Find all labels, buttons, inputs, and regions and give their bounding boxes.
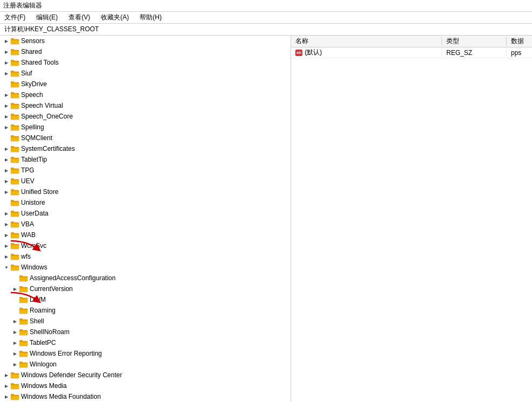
expand-icon-unistore[interactable] <box>2 198 11 207</box>
expand-icon-tablettip[interactable]: ▶ <box>2 155 11 164</box>
tree-item-unistore[interactable]: Unistore <box>0 197 291 208</box>
tree-item-shared[interactable]: ▶ Shared <box>0 46 291 57</box>
item-label-unistore: Unistore <box>21 199 45 206</box>
expand-icon-shared-tools[interactable]: ▶ <box>2 58 11 67</box>
expand-icon-unified-store[interactable]: ▶ <box>2 188 11 196</box>
expand-icon-skydrive[interactable] <box>2 80 11 88</box>
tree-item-sqmclient[interactable]: SQMClient <box>0 133 291 143</box>
tree-item-windows[interactable]: ▼ Windows <box>0 262 291 273</box>
tree-item-speech-virtual[interactable]: ▶ Speech Virtual <box>0 100 291 111</box>
expand-icon-wcmsvc[interactable]: ▶ <box>2 241 11 250</box>
tree-item-tpg[interactable]: ▶ TPG <box>0 165 291 176</box>
folder-icon-speech-virtual <box>11 102 19 109</box>
item-label-dwm: DWM <box>30 296 46 303</box>
svg-rect-51 <box>11 168 14 170</box>
tree-item-spelling[interactable]: ▶ Spelling <box>0 122 291 133</box>
tree-item-shell[interactable]: ▶ Shell <box>0 316 291 327</box>
tree-item-win-error-reporting[interactable]: ▶ Windows Error Reporting <box>0 348 291 359</box>
expand-icon-winlogon[interactable]: ▶ <box>11 360 19 369</box>
expand-icon-current-version[interactable]: ▶ <box>11 285 19 293</box>
folder-icon-unified-store <box>11 188 19 196</box>
tree-item-wab[interactable]: ▶ WAB <box>0 230 291 240</box>
tree-item-tablettip[interactable]: ▶ TabletTip <box>0 154 291 165</box>
expand-icon-win-defender[interactable]: ▶ <box>2 371 11 379</box>
col-header-type: 类型 <box>442 37 507 46</box>
tree-item-winlogon[interactable]: ▶ Winlogon <box>0 359 291 370</box>
svg-rect-55 <box>11 178 14 181</box>
svg-rect-54 <box>11 181 19 184</box>
tree-item-unified-store[interactable]: ▶ Unified Store <box>0 186 291 197</box>
expand-icon-shared[interactable]: ▶ <box>2 47 11 56</box>
tree-panel[interactable]: ▶ Sensors▶ Shared▶ Shared Tools▶ Siuf Sk… <box>0 36 291 402</box>
svg-rect-62 <box>11 202 19 206</box>
tree-item-assigned-access[interactable]: AssignedAccessConfiguration <box>0 273 291 283</box>
svg-rect-75 <box>11 232 14 234</box>
menu-file[interactable]: 文件(F) <box>2 12 27 23</box>
expand-icon-siuf[interactable]: ▶ <box>2 69 11 78</box>
tree-item-speech-onecore[interactable]: ▶ Speech_OneCore <box>0 111 291 122</box>
tree-item-wcmsvc[interactable]: ▶ WcmSvc <box>0 240 291 251</box>
tree-item-shared-tools[interactable]: ▶ Shared Tools <box>0 57 291 68</box>
svg-rect-3 <box>11 38 14 40</box>
expand-icon-win-error-reporting[interactable]: ▶ <box>11 349 19 358</box>
item-label-speech: Speech <box>21 91 43 99</box>
expand-icon-roaming[interactable] <box>11 306 19 315</box>
svg-rect-10 <box>11 62 19 66</box>
expand-icon-spelling[interactable]: ▶ <box>2 123 11 131</box>
tree-item-siuf[interactable]: ▶ Siuf <box>0 68 291 79</box>
menu-help[interactable]: 帮助(H) <box>137 12 164 23</box>
expand-icon-windows[interactable]: ▼ <box>2 263 11 272</box>
expand-icon-vba[interactable]: ▶ <box>2 220 11 228</box>
expand-icon-sensors[interactable]: ▶ <box>2 37 11 45</box>
item-label-shared: Shared <box>21 48 42 56</box>
expand-icon-systemcerts[interactable]: ▶ <box>2 144 11 153</box>
svg-rect-19 <box>11 81 14 84</box>
expand-icon-shell[interactable]: ▶ <box>11 317 19 325</box>
expand-icon-shellnoroam[interactable]: ▶ <box>11 328 19 336</box>
folder-icon-roaming <box>19 307 28 314</box>
tree-item-win-media-found[interactable]: ▶ Windows Media Foundation <box>0 391 291 402</box>
svg-rect-83 <box>11 254 14 256</box>
expand-icon-speech-virtual[interactable]: ▶ <box>2 101 11 110</box>
tree-item-systemcerts[interactable]: ▶ SystemCertificates <box>0 143 291 154</box>
expand-icon-assigned-access[interactable] <box>11 274 19 282</box>
tree-item-current-version[interactable]: ▶ CurrentVersion <box>0 283 291 294</box>
tree-item-win-defender[interactable]: ▶ Windows Defender Security Center <box>0 370 291 380</box>
expand-icon-tabletpc[interactable]: ▶ <box>11 338 19 347</box>
tree-item-wfs[interactable]: ▶ wfs <box>0 251 291 262</box>
tree-item-uev[interactable]: ▶ UEV <box>0 176 291 186</box>
tree-item-sensors[interactable]: ▶ Sensors <box>0 36 291 46</box>
expand-icon-speech[interactable]: ▶ <box>2 91 11 99</box>
tree-item-dwm[interactable]: DWM <box>0 294 291 305</box>
expand-icon-win-media[interactable]: ▶ <box>2 382 11 390</box>
tree-item-speech[interactable]: ▶ Speech <box>0 89 291 100</box>
svg-rect-107 <box>19 318 23 321</box>
menu-favorites[interactable]: 收藏夹(A) <box>99 12 131 23</box>
svg-rect-34 <box>11 127 19 130</box>
menu-edit[interactable]: 编辑(E) <box>34 12 60 23</box>
folder-icon-systemcerts <box>11 145 19 153</box>
expand-icon-wfs[interactable]: ▶ <box>2 252 11 261</box>
tree-item-shellnoroam[interactable]: ▶ ShellNoRoam <box>0 327 291 337</box>
tree-item-vba[interactable]: ▶ VBA <box>0 219 291 230</box>
expand-icon-tpg[interactable]: ▶ <box>2 166 11 175</box>
expand-icon-dwm[interactable] <box>11 295 19 304</box>
item-label-sensors: Sensors <box>21 37 45 45</box>
expand-icon-sqmclient[interactable] <box>2 134 11 142</box>
details-row-0[interactable]: ab(默认)REG_SZpps <box>291 47 532 58</box>
tree-item-win-media[interactable]: ▶ Windows Media <box>0 380 291 391</box>
tree-item-tabletpc[interactable]: ▶ TabletPC <box>0 337 291 348</box>
tree-item-userdata[interactable]: ▶ UserData <box>0 208 291 219</box>
menu-view[interactable]: 查看(V) <box>66 12 92 23</box>
expand-icon-speech-onecore[interactable]: ▶ <box>2 112 11 121</box>
expand-icon-wab[interactable]: ▶ <box>2 231 11 239</box>
tree-item-skydrive[interactable]: SkyDrive <box>0 79 291 89</box>
folder-icon-uev <box>11 177 19 185</box>
item-label-winlogon: Winlogon <box>30 361 57 368</box>
item-label-sqmclient: SQMClient <box>21 134 52 142</box>
svg-rect-79 <box>11 243 14 245</box>
expand-icon-userdata[interactable]: ▶ <box>2 209 11 218</box>
expand-icon-win-media-found[interactable]: ▶ <box>2 392 11 401</box>
expand-icon-uev[interactable]: ▶ <box>2 177 11 185</box>
tree-item-roaming[interactable]: Roaming <box>0 305 291 316</box>
